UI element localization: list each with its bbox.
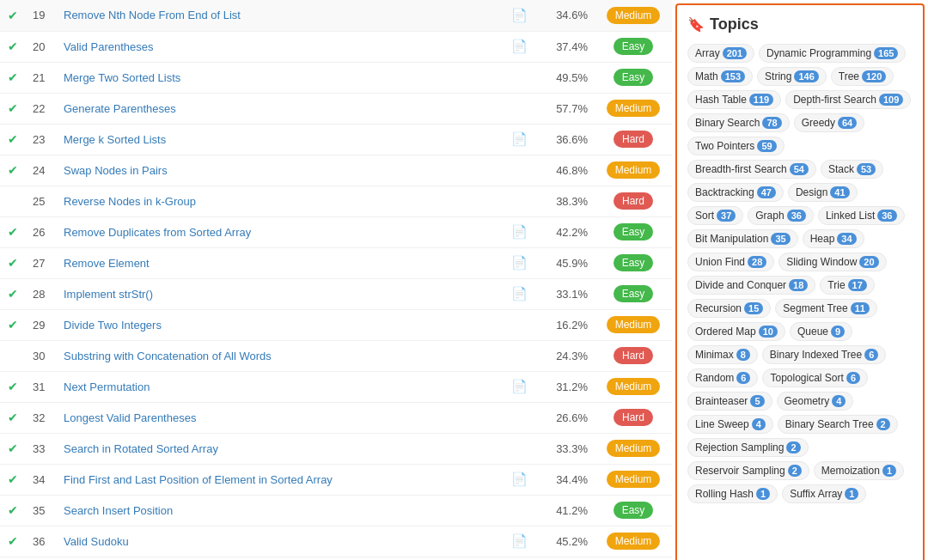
doc-cell <box>504 495 534 526</box>
doc-icon[interactable]: 📄 <box>511 379 528 393</box>
table-row[interactable]: ✔ 32 Longest Valid Parentheses 26.6% Har… <box>0 402 672 433</box>
doc-icon[interactable]: 📄 <box>511 39 528 53</box>
table-row[interactable]: ✔ 37 Sudoku Solver 39.3% Hard <box>0 557 672 560</box>
topic-tag[interactable]: Segment Tree 11 <box>775 299 877 318</box>
difficulty-label: Hard <box>614 192 653 210</box>
topic-tag[interactable]: Design 41 <box>788 183 858 202</box>
topic-tag[interactable]: Trie 17 <box>820 276 874 295</box>
table-row[interactable]: ✔ 21 Merge Two Sorted Lists 49.5% Easy <box>0 62 672 93</box>
problem-title[interactable]: Sudoku Solver <box>57 557 504 560</box>
table-row[interactable]: ✔ 33 Search in Rotated Sorted Array 33.3… <box>0 433 672 464</box>
topic-tag[interactable]: Linked List 36 <box>818 206 905 225</box>
topic-tag[interactable]: Backtracking 47 <box>687 183 784 202</box>
doc-icon[interactable]: 📄 <box>511 131 528 146</box>
topic-count: 17 <box>848 279 867 291</box>
topic-count: 5 <box>750 395 764 407</box>
problem-title[interactable]: Valid Sudoku <box>57 526 504 557</box>
problem-title[interactable]: Next Permutation <box>57 371 504 402</box>
topic-tag[interactable]: Rejection Sampling 2 <box>687 438 809 457</box>
topic-tag[interactable]: Sliding Window 20 <box>778 253 886 271</box>
topic-tag[interactable]: Ordered Map 10 <box>687 322 785 341</box>
problem-title[interactable]: Search in Rotated Sorted Array <box>57 433 504 464</box>
doc-icon[interactable]: 📄 <box>511 286 528 301</box>
topic-tag[interactable]: Stack 53 <box>821 160 883 179</box>
problem-title[interactable]: Substring with Concatenation of All Word… <box>57 340 504 371</box>
table-row[interactable]: ✔ 26 Remove Duplicates from Sorted Array… <box>0 216 672 247</box>
doc-icon[interactable]: 📄 <box>511 472 528 486</box>
topic-tag[interactable]: Breadth-first Search 54 <box>687 160 816 179</box>
problem-title[interactable]: Implement strStr() <box>57 278 504 309</box>
topic-label: Heap <box>810 233 835 245</box>
topic-tag[interactable]: Memoization 1 <box>814 461 904 480</box>
topic-tag[interactable]: Divide and Conquer 18 <box>687 276 815 295</box>
table-row[interactable]: ✔ 27 Remove Element 📄 45.9% Easy <box>0 247 672 278</box>
topic-tag[interactable]: Depth-first Search 109 <box>785 90 911 109</box>
doc-icon[interactable]: 📄 <box>511 224 528 239</box>
difficulty-badge: Medium <box>595 464 672 495</box>
table-row[interactable]: ✔ 28 Implement strStr() 📄 33.1% Easy <box>0 278 672 309</box>
topic-tag[interactable]: Suffix Array 1 <box>782 484 866 503</box>
doc-icon[interactable]: 📄 <box>511 533 528 548</box>
topic-tag[interactable]: Graph 36 <box>748 206 814 225</box>
topic-count: 4 <box>752 418 766 430</box>
topic-tag[interactable]: Rolling Hash 1 <box>687 484 778 503</box>
topic-tag[interactable]: Minimax 8 <box>687 345 758 364</box>
problem-title[interactable]: Find First and Last Position of Element … <box>57 464 504 495</box>
problem-title[interactable]: Valid Parentheses <box>57 31 504 62</box>
table-row[interactable]: ✔ 36 Valid Sudoku 📄 45.2% Medium <box>0 526 672 557</box>
topic-tag[interactable]: Math 153 <box>687 67 753 86</box>
topic-tag[interactable]: Two Pointers 59 <box>687 137 785 155</box>
topic-tag[interactable]: Line Sweep 4 <box>687 415 773 434</box>
topic-tag[interactable]: Tree 120 <box>831 67 894 86</box>
problem-title[interactable]: Longest Valid Parentheses <box>57 402 504 433</box>
problem-title[interactable]: Remove Duplicates from Sorted Array <box>57 216 504 247</box>
topic-tag[interactable]: Binary Indexed Tree 6 <box>762 345 887 364</box>
table-row[interactable]: 30 Substring with Concatenation of All W… <box>0 340 672 371</box>
topic-tag[interactable]: Sort 37 <box>687 206 743 225</box>
topic-tag[interactable]: Recursion 15 <box>687 299 771 318</box>
table-row[interactable]: ✔ 20 Valid Parentheses 📄 37.4% Easy <box>0 31 672 62</box>
topic-tag[interactable]: Topological Sort 6 <box>762 368 868 387</box>
topic-tag[interactable]: Greedy 64 <box>794 113 865 132</box>
table-row[interactable]: ✔ 34 Find First and Last Position of Ele… <box>0 464 672 495</box>
table-row[interactable]: ✔ 19 Remove Nth Node From End of List 📄 … <box>0 0 672 31</box>
table-row[interactable]: ✔ 35 Search Insert Position 41.2% Easy <box>0 495 672 526</box>
problem-title[interactable]: Search Insert Position <box>57 495 504 526</box>
topic-label: Hash Table <box>695 94 747 106</box>
problem-title[interactable]: Remove Nth Node From End of List <box>57 0 504 31</box>
topic-tag[interactable]: Geometry 4 <box>777 392 854 411</box>
table-row[interactable]: ✔ 29 Divide Two Integers 16.2% Medium <box>0 309 672 340</box>
topic-tag[interactable]: Dynamic Programming 165 <box>759 44 906 63</box>
table-row[interactable]: ✔ 31 Next Permutation 📄 31.2% Medium <box>0 371 672 402</box>
problem-title[interactable]: Reverse Nodes in k-Group <box>57 186 504 216</box>
topic-tag[interactable]: Reservoir Sampling 2 <box>687 461 809 480</box>
table-row[interactable]: ✔ 22 Generate Parentheses 57.7% Medium <box>0 93 672 124</box>
topic-tag[interactable]: Binary Search Tree 2 <box>778 415 898 434</box>
topic-tag[interactable]: Random 6 <box>687 368 758 387</box>
problem-title[interactable]: Merge k Sorted Lists <box>57 124 504 155</box>
topic-label: Random <box>695 372 734 384</box>
problem-title[interactable]: Generate Parentheses <box>57 93 504 124</box>
difficulty-badge: Easy <box>595 216 672 247</box>
topic-tag[interactable]: String 146 <box>757 67 827 86</box>
problem-title[interactable]: Merge Two Sorted Lists <box>57 62 504 93</box>
topic-tag[interactable]: Hash Table 119 <box>687 90 781 109</box>
topic-tag[interactable]: Queue 9 <box>790 322 852 341</box>
topic-tag[interactable]: Binary Search 78 <box>687 113 790 132</box>
topic-tag[interactable]: Union Find 28 <box>687 253 774 271</box>
topic-tag[interactable]: Heap 34 <box>803 229 864 248</box>
table-row[interactable]: 25 Reverse Nodes in k-Group 38.3% Hard <box>0 186 672 216</box>
topic-label: Depth-first Search <box>793 94 876 106</box>
problem-title[interactable]: Swap Nodes in Pairs <box>57 155 504 186</box>
check-icon: ✔ <box>8 318 18 332</box>
problem-title[interactable]: Remove Element <box>57 247 504 278</box>
topic-tag[interactable]: Bit Manipulation 35 <box>687 229 798 248</box>
table-row[interactable]: ✔ 24 Swap Nodes in Pairs 46.8% Medium <box>0 155 672 186</box>
table-row[interactable]: ✔ 23 Merge k Sorted Lists 📄 36.6% Hard <box>0 124 672 155</box>
topic-tag[interactable]: Brainteaser 5 <box>687 392 772 411</box>
topic-tag[interactable]: Array 201 <box>687 44 754 63</box>
doc-icon[interactable]: 📄 <box>511 8 528 22</box>
doc-icon[interactable]: 📄 <box>511 255 528 270</box>
problem-title[interactable]: Divide Two Integers <box>57 309 504 340</box>
check-cell: ✔ <box>0 309 26 340</box>
